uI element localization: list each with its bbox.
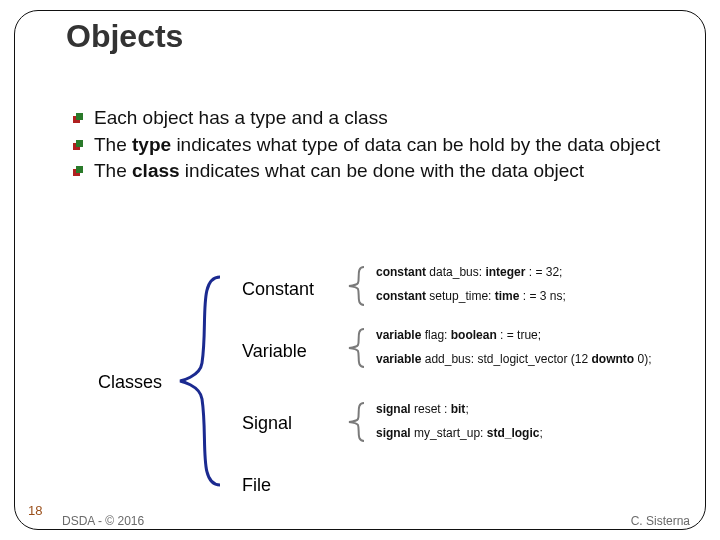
kw: variable [376, 328, 421, 342]
brace-large [172, 273, 230, 489]
text: add_bus: std_logict_vector (12 [421, 352, 591, 366]
text-bold: type [132, 134, 171, 155]
code-variable: variable flag: boolean : = true; variabl… [376, 329, 651, 377]
kw: constant [376, 265, 426, 279]
code-line: signal my_start_up: std_logic; [376, 427, 543, 441]
text-bold: class [132, 160, 180, 181]
svg-rect-5 [76, 166, 83, 173]
text: The [94, 134, 132, 155]
brace-small [344, 326, 368, 370]
kw: integer [485, 265, 525, 279]
kw: bit [451, 402, 466, 416]
kw: time [495, 289, 520, 303]
bullet-item: The type indicates what type of data can… [72, 133, 690, 158]
bullet-icon [72, 139, 84, 151]
text: setup_time: [426, 289, 495, 303]
bullet-icon [72, 165, 84, 177]
code-line: variable add_bus: std_logict_vector (12 … [376, 353, 651, 367]
bullet-icon [72, 112, 84, 124]
text: indicates what can be done with the data… [180, 160, 585, 181]
bullet-item: The class indicates what can be done wit… [72, 159, 690, 184]
slide-title: Objects [66, 18, 183, 55]
bullet-list: Each object has a type and a class The t… [72, 106, 690, 186]
class-name-variable: Variable [242, 342, 307, 360]
text: my_start_up: [411, 426, 487, 440]
footer-left: DSDA - © 2016 [62, 514, 144, 528]
brace-small [344, 400, 368, 444]
text: ; [539, 426, 542, 440]
kw: constant [376, 289, 426, 303]
kw: signal [376, 426, 411, 440]
text: : = true; [497, 328, 541, 342]
bullet-text: The type indicates what type of data can… [94, 133, 690, 158]
code-line: signal reset : bit; [376, 403, 543, 417]
text: ; [465, 402, 468, 416]
text: The [94, 160, 132, 181]
kw: signal [376, 402, 411, 416]
kw: std_logic [487, 426, 540, 440]
code-signal: signal reset : bit; signal my_start_up: … [376, 403, 543, 451]
classes-label: Classes [98, 372, 162, 393]
text: 0); [634, 352, 651, 366]
kw: variable [376, 352, 421, 366]
code-line: constant setup_time: time : = 3 ns; [376, 290, 566, 304]
code-line: variable flag: boolean : = true; [376, 329, 651, 343]
text: data_bus: [426, 265, 485, 279]
class-name-file: File [242, 476, 271, 494]
svg-rect-1 [76, 113, 83, 120]
text: : = 3 ns; [519, 289, 565, 303]
footer-right: C. Sisterna [631, 514, 690, 528]
code-constant: constant data_bus: integer : = 32; const… [376, 266, 566, 314]
kw: boolean [451, 328, 497, 342]
svg-rect-3 [76, 140, 83, 147]
class-name-constant: Constant [242, 280, 314, 298]
bullet-item: Each object has a type and a class [72, 106, 690, 131]
text: indicates what type of data can be hold … [171, 134, 660, 155]
text: Each object has a type and a class [94, 107, 388, 128]
text: flag: [421, 328, 450, 342]
class-name-signal: Signal [242, 414, 292, 432]
bullet-text: The class indicates what can be done wit… [94, 159, 690, 184]
brace-small [344, 264, 368, 308]
text: : = 32; [525, 265, 562, 279]
code-line: constant data_bus: integer : = 32; [376, 266, 566, 280]
slide: Objects Each object has a type and a cla… [0, 0, 720, 540]
text: reset : [411, 402, 451, 416]
slide-number: 18 [28, 503, 42, 518]
bullet-text: Each object has a type and a class [94, 106, 690, 131]
kw: downto [591, 352, 634, 366]
